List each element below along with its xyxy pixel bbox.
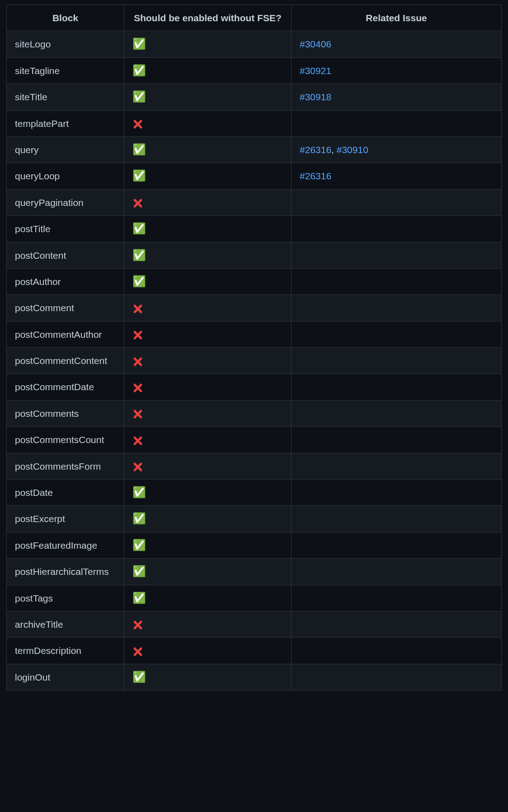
cell-related-issue xyxy=(292,664,502,690)
check-icon: ✅ xyxy=(132,249,146,261)
issue-link[interactable]: #30918 xyxy=(300,92,331,102)
issue-link[interactable]: #30406 xyxy=(300,39,331,49)
header-enabled: Should be enabled without FSE? xyxy=(124,5,292,31)
cell-enabled: ✅ xyxy=(124,163,292,189)
cell-related-issue: #26316 xyxy=(292,163,502,189)
cell-related-issue xyxy=(292,400,502,426)
cell-related-issue: #30918 xyxy=(292,84,502,110)
cross-icon xyxy=(132,619,143,630)
table-row: archiveTitle xyxy=(7,611,502,637)
cell-related-issue xyxy=(292,189,502,215)
issue-link[interactable]: #30910 xyxy=(337,145,368,155)
cell-related-issue xyxy=(292,480,502,506)
check-icon: ✅ xyxy=(132,275,146,287)
cell-related-issue xyxy=(292,321,502,347)
cell-block-name: termDescription xyxy=(7,638,124,664)
cell-related-issue xyxy=(292,268,502,294)
cell-enabled: ✅ xyxy=(124,585,292,611)
cell-block-name: query xyxy=(7,136,124,163)
cell-enabled xyxy=(124,189,292,215)
cell-enabled: ✅ xyxy=(124,506,292,532)
cell-block-name: queryLoop xyxy=(7,163,124,189)
blocks-table: Block Should be enabled without FSE? Rel… xyxy=(6,5,502,691)
check-icon: ✅ xyxy=(132,64,146,76)
cell-related-issue xyxy=(292,216,502,242)
cell-enabled: ✅ xyxy=(124,216,292,242)
table-row: termDescription xyxy=(7,638,502,664)
cell-related-issue xyxy=(292,427,502,453)
table-row: siteTagline✅#30921 xyxy=(7,57,502,84)
table-row: queryLoop✅#26316 xyxy=(7,163,502,189)
cell-related-issue xyxy=(292,611,502,637)
table-row: postContent✅ xyxy=(7,242,502,268)
cell-related-issue xyxy=(292,559,502,585)
table-row: postCommentsCount xyxy=(7,427,502,453)
check-icon: ✅ xyxy=(132,539,146,551)
cell-enabled: ✅ xyxy=(124,268,292,294)
table-row: postCommentAuthor xyxy=(7,321,502,347)
issue-link[interactable]: #26316 xyxy=(300,171,331,181)
cell-related-issue xyxy=(292,638,502,664)
cell-enabled xyxy=(124,348,292,374)
cell-block-name: postAuthor xyxy=(7,268,124,294)
cell-block-name: postCommentsCount xyxy=(7,427,124,453)
cell-related-issue xyxy=(292,374,502,400)
issue-link[interactable]: #30921 xyxy=(300,65,331,76)
cell-block-name: templatePart xyxy=(7,110,124,136)
check-icon: ✅ xyxy=(132,565,146,577)
cross-icon xyxy=(132,197,143,208)
table-row: templatePart xyxy=(7,110,502,136)
cell-enabled: ✅ xyxy=(124,31,292,57)
cell-enabled: ✅ xyxy=(124,480,292,506)
cell-enabled xyxy=(124,453,292,479)
check-icon: ✅ xyxy=(132,222,146,234)
cell-block-name: postTitle xyxy=(7,216,124,242)
issue-link[interactable]: #26316 xyxy=(300,145,331,155)
table-row: queryPagination xyxy=(7,189,502,215)
table-row: postCommentContent xyxy=(7,348,502,374)
cell-block-name: postCommentDate xyxy=(7,374,124,400)
cell-enabled: ✅ xyxy=(124,84,292,110)
cell-related-issue: #30406 xyxy=(292,31,502,57)
cross-icon xyxy=(132,118,143,129)
table-row: postCommentDate xyxy=(7,374,502,400)
table-row: postComments xyxy=(7,400,502,426)
cell-block-name: postComment xyxy=(7,295,124,321)
cell-related-issue: #30921 xyxy=(292,57,502,84)
cell-enabled xyxy=(124,374,292,400)
cell-block-name: postCommentsForm xyxy=(7,453,124,479)
table-row: postExcerpt✅ xyxy=(7,506,502,532)
cross-icon xyxy=(132,303,143,313)
cross-icon xyxy=(132,461,143,471)
table-row: postHierarchicalTerms✅ xyxy=(7,559,502,585)
check-icon: ✅ xyxy=(132,671,146,683)
table-row: postTags✅ xyxy=(7,585,502,611)
cell-related-issue xyxy=(292,348,502,374)
cell-block-name: postContent xyxy=(7,242,124,268)
check-icon: ✅ xyxy=(132,143,146,155)
cell-enabled xyxy=(124,611,292,637)
cell-block-name: postCommentAuthor xyxy=(7,321,124,347)
cross-icon xyxy=(132,382,143,392)
cell-block-name: siteTagline xyxy=(7,57,124,84)
check-icon: ✅ xyxy=(132,90,146,103)
cell-related-issue: #26316, #30910 xyxy=(292,136,502,163)
cell-enabled: ✅ xyxy=(124,559,292,585)
table-row: postCommentsForm xyxy=(7,453,502,479)
cell-block-name: postFeaturedImage xyxy=(7,532,124,558)
cell-block-name: loginOut xyxy=(7,664,124,690)
cell-block-name: queryPagination xyxy=(7,189,124,215)
cell-related-issue xyxy=(292,295,502,321)
cell-block-name: archiveTitle xyxy=(7,611,124,637)
check-icon: ✅ xyxy=(132,486,146,498)
table-row: siteTitle✅#30918 xyxy=(7,84,502,110)
cell-enabled: ✅ xyxy=(124,242,292,268)
cell-block-name: postExcerpt xyxy=(7,506,124,532)
cell-block-name: postCommentContent xyxy=(7,348,124,374)
check-icon: ✅ xyxy=(132,512,146,524)
table-row: siteLogo✅#30406 xyxy=(7,31,502,57)
check-icon: ✅ xyxy=(132,592,146,604)
cell-enabled xyxy=(124,321,292,347)
cell-enabled: ✅ xyxy=(124,57,292,84)
check-icon: ✅ xyxy=(132,169,146,182)
